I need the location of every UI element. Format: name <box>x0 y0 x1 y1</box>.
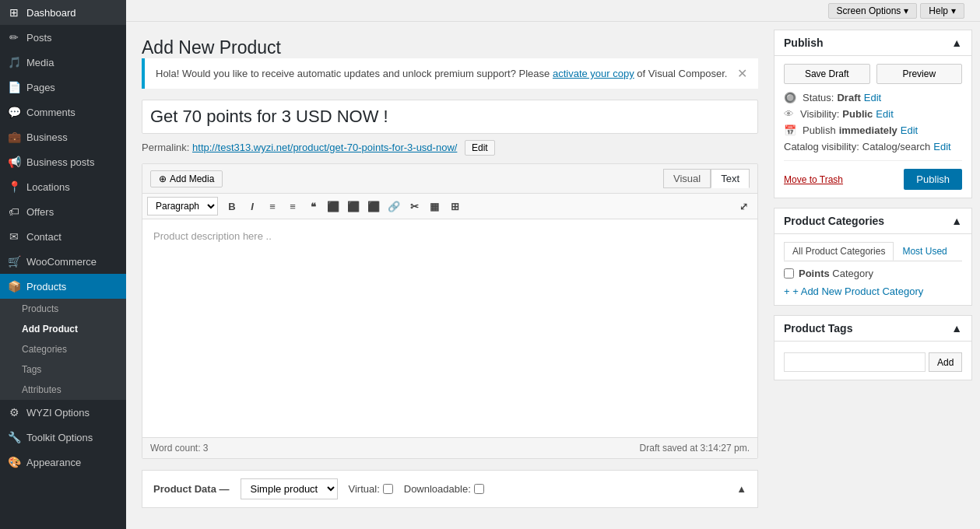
sidebar-item-media[interactable]: 🎵 Media <box>0 50 126 75</box>
tab-most-used-categories[interactable]: Most Used <box>894 242 955 261</box>
visibility-icon: 👁 <box>784 108 794 120</box>
preview-button[interactable]: Preview <box>876 64 963 84</box>
bold-button[interactable]: B <box>223 197 241 215</box>
publish-box-header[interactable]: Publish ▲ <box>775 30 971 56</box>
sidebar-item-label: Dashboard <box>26 7 118 19</box>
publish-actions: Save Draft Preview <box>784 64 962 84</box>
sidebar-item-toolkit-options[interactable]: 🔧 Toolkit Options <box>0 425 126 450</box>
right-sidebar: Publish ▲ Save Draft Preview 🔘 Status: D… <box>774 22 980 529</box>
align-center-button[interactable]: ⬛ <box>344 197 363 215</box>
submenu-products[interactable]: Products <box>0 299 126 319</box>
tags-input[interactable] <box>784 352 926 372</box>
sidebar-item-business-posts[interactable]: 📢 Business posts <box>0 149 126 174</box>
paragraph-select[interactable]: Paragraph <box>147 197 218 215</box>
downloadable-checkbox[interactable] <box>474 484 484 494</box>
sidebar-item-dashboard[interactable]: ⊞ Dashboard <box>0 0 126 25</box>
sidebar-item-posts[interactable]: ✏ Posts <box>0 25 126 50</box>
italic-button[interactable]: I <box>243 197 262 215</box>
media-icon: 🎵 <box>8 56 20 68</box>
page-title: Add New Product <box>142 37 758 58</box>
tab-visual[interactable]: Visual <box>663 169 711 188</box>
add-new-category-link[interactable]: + Add New Product Category <box>784 286 923 297</box>
product-categories-box: Product Categories ▲ All Product Categor… <box>774 208 972 306</box>
editor-content[interactable]: Product description here .. <box>142 219 757 437</box>
dashboard-icon: ⊞ <box>8 6 20 19</box>
unordered-list-button[interactable]: ≡ <box>263 197 282 215</box>
business-icon: 💼 <box>8 131 20 143</box>
draft-saved: Draft saved at 3:14:27 pm. <box>640 443 750 454</box>
submenu-tags[interactable]: Tags <box>0 359 126 380</box>
sidebar-item-locations[interactable]: 📍 Locations <box>0 174 126 199</box>
sidebar-item-offers[interactable]: 🏷 Offers <box>0 199 126 224</box>
main-area: Screen Options ▾ Help ▾ Add New Product … <box>126 0 980 529</box>
product-categories-header[interactable]: Product Categories ▲ <box>775 208 971 234</box>
contact-icon: ✉ <box>8 230 20 243</box>
move-to-trash-button[interactable]: Move to Trash <box>784 174 843 185</box>
insert-grid-button[interactable]: ⊞ <box>445 197 464 215</box>
chevron-down-icon-help: ▾ <box>951 5 956 16</box>
add-tag-button[interactable]: Add <box>929 352 962 372</box>
sidebar-item-woocommerce[interactable]: 🛒 WooCommerce <box>0 249 126 274</box>
help-button[interactable]: Help ▾ <box>920 3 964 19</box>
fullscreen-button[interactable]: ⤢ <box>734 197 753 215</box>
permalink-edit-button[interactable]: Edit <box>465 140 495 156</box>
sidebar-item-comments[interactable]: 💬 Comments <box>0 100 126 124</box>
blockquote-button[interactable]: ❝ <box>304 197 322 215</box>
word-count: Word count: 3 <box>150 443 209 454</box>
category-checkbox-points[interactable] <box>784 268 794 279</box>
pages-icon: 📄 <box>8 81 20 93</box>
visibility-edit-link[interactable]: Edit <box>876 108 893 120</box>
product-data-collapse[interactable]: ▲ <box>736 483 746 495</box>
catalog-edit-link[interactable]: Edit <box>933 141 950 152</box>
ordered-list-button[interactable]: ≡ <box>283 197 302 215</box>
tab-all-categories[interactable]: All Product Categories <box>784 242 894 261</box>
product-tags-box: Product Tags ▲ Add <box>774 315 972 380</box>
post-title-input[interactable] <box>142 100 758 134</box>
sidebar-item-products[interactable]: 📦 Products <box>0 274 126 299</box>
product-type-select[interactable]: Simple product <box>241 478 338 499</box>
sidebar-item-pages[interactable]: 📄 Pages <box>0 75 126 100</box>
editor-box: ⊕ Add Media Visual Text Paragraph B I ≡ <box>142 163 758 459</box>
add-media-button[interactable]: ⊕ Add Media <box>150 170 223 187</box>
align-left-button[interactable]: ⬛ <box>324 197 342 215</box>
save-draft-button[interactable]: Save Draft <box>784 64 870 84</box>
topbar: Screen Options ▾ Help ▾ <box>126 0 980 22</box>
notice-bar: Hola! Would you like to receive automati… <box>142 58 758 89</box>
tab-text[interactable]: Text <box>711 169 750 188</box>
offers-icon: 🏷 <box>8 205 20 218</box>
business-posts-icon: 📢 <box>8 156 20 168</box>
submenu-categories[interactable]: Categories <box>0 339 126 359</box>
virtual-label: Virtual: <box>349 483 393 495</box>
submenu-attributes[interactable]: Attributes <box>0 380 126 400</box>
product-tags-header[interactable]: Product Tags ▲ <box>775 316 971 342</box>
products-submenu: Products Add Product Categories Tags Att… <box>0 299 126 400</box>
insert-table-button[interactable]: ▦ <box>425 197 444 215</box>
activate-copy-link[interactable]: activate your copy <box>553 68 634 79</box>
sidebar-item-business[interactable]: 💼 Business <box>0 124 126 149</box>
sidebar-item-appearance[interactable]: 🎨 Appearance <box>0 450 126 475</box>
notice-close-icon[interactable]: ✕ <box>737 66 747 81</box>
appearance-icon: 🎨 <box>8 456 20 468</box>
catalog-row: Catalog visibility: Catalog/search Edit <box>784 141 962 152</box>
category-label-points: Points Category <box>799 268 873 279</box>
submenu-add-product[interactable]: Add Product <box>0 319 126 339</box>
virtual-checkbox[interactable] <box>383 484 393 494</box>
content-area: Add New Product Hola! Would you like to … <box>126 22 980 529</box>
category-tabs: All Product Categories Most Used <box>784 242 962 261</box>
publish-footer: Move to Trash Publish <box>784 160 962 190</box>
status-edit-link[interactable]: Edit <box>864 92 881 103</box>
screen-options-button[interactable]: Screen Options ▾ <box>828 3 918 19</box>
align-right-button[interactable]: ⬛ <box>364 197 383 215</box>
sidebar-item-wyzi-options[interactable]: ⚙ WYZI Options <box>0 400 126 425</box>
collapse-categories-icon: ▲ <box>951 215 962 227</box>
publish-button[interactable]: Publish <box>904 169 962 190</box>
toolkit-options-icon: 🔧 <box>8 431 20 443</box>
sidebar-item-contact[interactable]: ✉ Contact <box>0 224 126 249</box>
publish-date-edit-link[interactable]: Edit <box>901 124 918 136</box>
collapse-tags-icon: ▲ <box>951 322 962 335</box>
permalink-link[interactable]: http://test313.wyzi.net/product/get-70-p… <box>192 142 457 153</box>
category-item-points: Points Category <box>784 268 962 279</box>
link-button[interactable]: 🔗 <box>385 197 403 215</box>
publish-date-row: 📅 Publish immediately Edit <box>784 124 962 136</box>
unlink-button[interactable]: ✂ <box>405 197 423 215</box>
